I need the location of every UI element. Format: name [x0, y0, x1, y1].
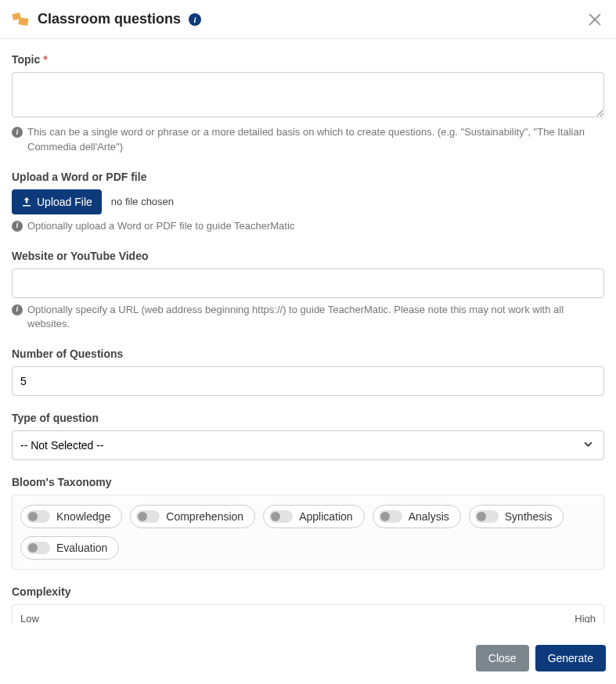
type-label: Type of question — [12, 412, 604, 424]
upload-label: Upload a Word or PDF file — [12, 171, 604, 183]
required-star: * — [43, 53, 47, 66]
info-icon-sm: i — [12, 127, 23, 138]
toggle-switch[interactable] — [27, 510, 50, 523]
website-group: Website or YouTube Video i Optionally sp… — [12, 250, 604, 333]
toggle-switch[interactable] — [27, 542, 50, 554]
bloom-analysis[interactable]: Analysis — [373, 505, 461, 528]
bloom-label: Bloom's Taxonomy — [12, 476, 604, 488]
toggle-switch[interactable] — [379, 510, 402, 523]
upload-row: Upload File no file chosen — [12, 189, 604, 214]
toggle-switch[interactable] — [269, 510, 293, 523]
complexity-group: Complexity Low High — [12, 585, 604, 623]
topic-group: Topic * i This can be a single word or p… — [12, 53, 604, 155]
complexity-label: Complexity — [12, 585, 604, 598]
bloom-comprehension[interactable]: Comprehension — [130, 505, 255, 528]
website-help: i Optionally specify a URL (web address … — [12, 303, 604, 333]
info-icon[interactable]: i — [189, 13, 201, 26]
num-questions-input[interactable] — [12, 366, 604, 396]
modal-body: Topic * i This can be a single word or p… — [0, 39, 616, 623]
modal-header: Classroom questions i — [0, 0, 616, 39]
bloom-evaluation[interactable]: Evaluation — [20, 536, 119, 560]
upload-icon — [21, 196, 32, 207]
bloom-knowledge[interactable]: Knowledge — [20, 505, 122, 528]
app-icon — [11, 12, 30, 27]
bloom-group: Bloom's Taxonomy Knowledge Comprehension… — [12, 476, 604, 570]
type-group: Type of question -- Not Selected -- — [12, 412, 604, 460]
type-select[interactable]: -- Not Selected -- — [12, 430, 604, 460]
complexity-high: High — [575, 613, 596, 623]
toggle-switch[interactable] — [475, 510, 499, 523]
complexity-low: Low — [20, 613, 39, 623]
website-input[interactable] — [12, 268, 604, 298]
bloom-toggles: Knowledge Comprehension Application Anal… — [12, 495, 604, 570]
num-questions-group: Number of Questions — [12, 347, 604, 396]
toggle-switch[interactable] — [136, 510, 160, 523]
header-left: Classroom questions i — [11, 11, 201, 27]
modal-footer: Close Generate — [0, 632, 616, 684]
complexity-slider[interactable]: Low High — [12, 604, 604, 623]
website-label: Website or YouTube Video — [12, 250, 604, 262]
close-button[interactable]: Close — [476, 645, 529, 671]
upload-group: Upload a Word or PDF file Upload File no… — [12, 171, 604, 234]
upload-button[interactable]: Upload File — [12, 189, 102, 214]
generate-button[interactable]: Generate — [535, 645, 606, 671]
info-icon-sm: i — [12, 304, 23, 315]
close-icon[interactable] — [588, 13, 602, 27]
svg-rect-1 — [18, 17, 28, 26]
upload-status: no file chosen — [111, 196, 174, 207]
bloom-synthesis[interactable]: Synthesis — [469, 505, 564, 528]
info-icon-sm: i — [12, 221, 23, 232]
upload-help: i Optionally upload a Word or PDF file t… — [12, 219, 604, 234]
topic-input[interactable] — [12, 72, 604, 117]
modal-title: Classroom questions — [38, 11, 181, 27]
num-questions-label: Number of Questions — [12, 347, 604, 360]
topic-help: i This can be a single word or phrase or… — [12, 125, 604, 155]
bloom-application[interactable]: Application — [263, 505, 365, 528]
topic-label: Topic * — [12, 53, 604, 66]
